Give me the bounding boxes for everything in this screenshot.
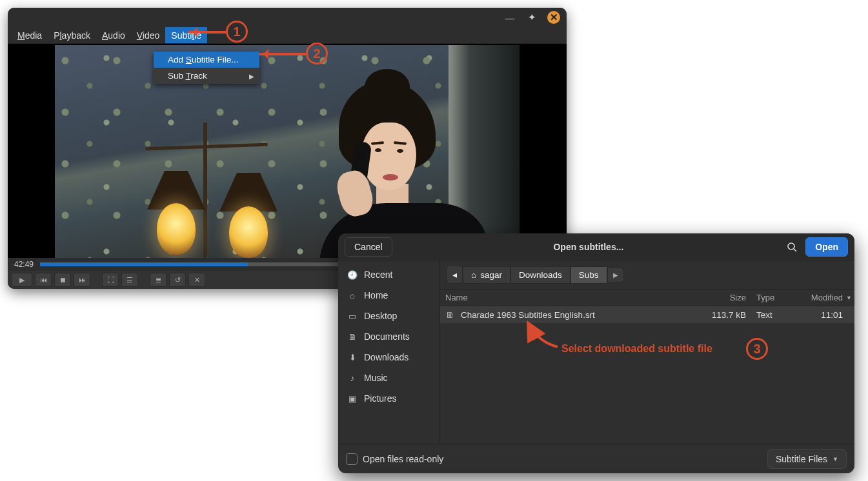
video-frame [55, 45, 520, 262]
play-button[interactable]: ▶ [12, 273, 32, 287]
home-icon: ⌂ [347, 291, 358, 300]
col-type[interactable]: Type [751, 290, 796, 306]
vlc-menubar: Media Playback Audio Video Subtitle [8, 27, 567, 44]
shuffle-button[interactable]: ✕ [188, 273, 205, 287]
documents-icon: 🗎 [347, 332, 358, 342]
dialog-header: Cancel Open subtitles... Open [338, 233, 854, 260]
annotation-arrow-2 [259, 53, 306, 55]
desktop-icon: ▭ [347, 311, 358, 321]
menu-media[interactable]: Media [12, 27, 48, 43]
downloads-icon: ⬇ [347, 353, 358, 362]
path-bar: ◂ ⌂ sagar Downloads Subs ▶ [440, 260, 854, 289]
col-name[interactable]: Name [440, 290, 700, 306]
sidebar-downloads[interactable]: ⬇Downloads [338, 347, 439, 368]
col-size[interactable]: Size [700, 290, 751, 306]
ext-settings-button[interactable]: ☰ [121, 273, 138, 287]
close-button[interactable]: ✕ [547, 11, 560, 24]
progress-fill [40, 262, 248, 266]
file-modified: 11:01 [796, 307, 854, 323]
path-downloads[interactable]: Downloads [510, 266, 570, 284]
clock-icon: 🕘 [347, 270, 358, 280]
file-table: Name Size Type Modified▼ 🗎 Charade 1963 … [440, 289, 854, 444]
annotation-arrow-1 [188, 31, 226, 34]
table-header: Name Size Type Modified▼ [440, 289, 854, 306]
sidebar-home[interactable]: ⌂Home [338, 285, 439, 306]
dialog-footer: Open files read-only Subtitle Files ▼ [338, 444, 854, 473]
next-button[interactable]: ⏭ [74, 273, 90, 287]
svg-line-1 [794, 249, 796, 251]
maximize-button[interactable]: ✦ [525, 11, 538, 24]
file-name: Charade 1963 Subtitles English.srt [461, 310, 595, 320]
cancel-button[interactable]: Cancel [345, 237, 392, 257]
sidebar-music[interactable]: ♪Music [338, 368, 439, 388]
annotation-circle-1: 1 [226, 21, 248, 43]
dialog-title: Open subtitles... [399, 242, 779, 252]
menu-subtitle[interactable]: Subtitle [165, 27, 207, 43]
home-icon: ⌂ [471, 270, 476, 280]
file-row-srt[interactable]: 🗎 Charade 1963 Subtitles English.srt 113… [440, 306, 854, 323]
menu-video[interactable]: Video [131, 27, 166, 43]
dialog-sidebar: 🕘Recent ⌂Home ▭Desktop 🗎Documents ⬇Downl… [338, 260, 440, 444]
sub-track-item[interactable]: Sub Track ▶ [154, 68, 259, 84]
sort-caret-icon: ▼ [846, 295, 852, 301]
loop-button[interactable]: ↺ [169, 273, 186, 287]
caret-down-icon: ▼ [833, 456, 838, 462]
pictures-icon: ▣ [347, 394, 358, 404]
file-filter-dropdown[interactable]: Subtitle Files ▼ [767, 449, 847, 469]
annotation-circle-3: 3 [746, 338, 768, 360]
search-icon[interactable] [785, 240, 799, 254]
music-icon: ♪ [347, 373, 358, 383]
read-only-label: Open files read-only [363, 454, 443, 464]
path-forward[interactable]: ▶ [607, 268, 624, 282]
sidebar-pictures[interactable]: ▣Pictures [338, 388, 439, 409]
vlc-titlebar: — ✦ ✕ [8, 8, 567, 27]
file-type: Text [751, 307, 796, 323]
path-subs[interactable]: Subs [570, 266, 607, 284]
menu-playback[interactable]: Playback [48, 27, 96, 43]
fullscreen-button[interactable]: ⛶ [102, 273, 119, 287]
sidebar-documents[interactable]: 🗎Documents [338, 326, 439, 347]
subtitle-dropdown: Add Subtitle File... Sub Track ▶ [154, 52, 259, 84]
col-modified[interactable]: Modified▼ [796, 290, 854, 306]
chevron-right-icon: ▶ [249, 72, 254, 79]
file-icon: 🗎 [445, 309, 456, 320]
annotation-text-3: Select downloaded subtitle file [561, 343, 712, 355]
add-subtitle-file-item[interactable]: Add Subtitle File... [154, 52, 259, 68]
current-time: 42:49 [14, 260, 34, 269]
open-button[interactable]: Open [805, 237, 848, 257]
minimize-button[interactable]: — [503, 11, 516, 24]
read-only-checkbox[interactable] [346, 453, 358, 465]
path-home[interactable]: ⌂ sagar [463, 266, 510, 284]
sidebar-recent[interactable]: 🕘Recent [338, 264, 439, 285]
playlist-button[interactable]: ≣ [150, 273, 167, 287]
path-back[interactable]: ◂ [447, 266, 463, 284]
stop-button[interactable]: ⏹ [54, 273, 71, 287]
svg-point-0 [788, 243, 794, 250]
menu-audio[interactable]: Audio [96, 27, 131, 43]
sidebar-desktop[interactable]: ▭Desktop [338, 306, 439, 326]
file-size: 113.7 kB [700, 307, 751, 323]
annotation-circle-2: 2 [306, 43, 328, 64]
video-area[interactable] [8, 44, 567, 263]
prev-button[interactable]: ⏮ [35, 273, 52, 287]
